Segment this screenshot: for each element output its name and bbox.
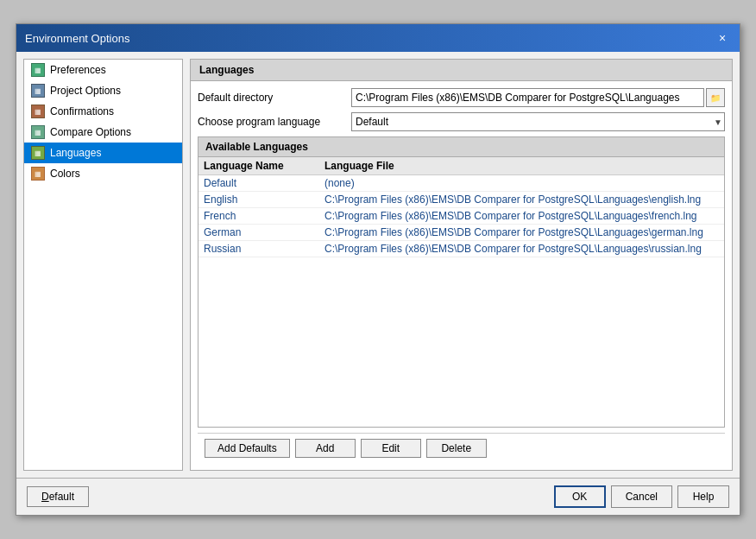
- choose-language-select[interactable]: Default English French German Russian: [351, 112, 725, 131]
- languages-icon: ▦: [31, 146, 45, 160]
- default-directory-row: Default directory 📁: [198, 88, 725, 107]
- language-table: Language Name Language File Default(none…: [198, 157, 724, 427]
- row-language-name: French: [204, 210, 324, 222]
- sidebar-item-colors[interactable]: ▦ Colors: [24, 163, 182, 184]
- sidebar-item-label: Languages: [50, 147, 101, 159]
- sidebar-item-languages[interactable]: ▦ Languages: [24, 143, 182, 163]
- sidebar-item-confirmations[interactable]: ▦ Confirmations: [24, 101, 182, 122]
- default-directory-label: Default directory: [198, 92, 344, 104]
- choose-language-row: Choose program language Default English …: [198, 112, 725, 131]
- choose-language-select-wrapper: Default English French German Russian ▼: [351, 112, 725, 131]
- table-row[interactable]: Default(none): [198, 175, 724, 192]
- row-language-file: C:\Program Files (x86)\EMS\DB Comparer f…: [324, 210, 719, 222]
- row-language-file: (none): [324, 177, 719, 189]
- available-languages-section: Available Languages Language Name Langua…: [198, 136, 725, 428]
- sidebar: ▦ Preferences ▦ Project Options ▦ Confir…: [23, 59, 183, 471]
- add-defaults-button[interactable]: Add Defaults: [205, 439, 290, 458]
- row-language-name: German: [204, 226, 324, 238]
- table-row[interactable]: EnglishC:\Program Files (x86)\EMS\DB Com…: [198, 192, 724, 208]
- browse-icon: 📁: [710, 93, 721, 103]
- sidebar-item-label: Preferences: [50, 64, 106, 76]
- row-language-file: C:\Program Files (x86)\EMS\DB Comparer f…: [324, 226, 719, 238]
- col-header-file: Language File: [324, 160, 719, 172]
- panel-body: Default directory 📁 Choose program langu…: [191, 81, 732, 470]
- col-header-name: Language Name: [204, 160, 324, 172]
- window-title: Environment Options: [25, 32, 129, 45]
- default-button-label: Default: [41, 491, 74, 503]
- add-button[interactable]: Add: [295, 439, 356, 458]
- default-button[interactable]: Default: [27, 486, 89, 507]
- delete-button[interactable]: Delete: [426, 439, 487, 458]
- close-button[interactable]: ×: [714, 29, 731, 47]
- row-language-name: English: [204, 193, 324, 206]
- main-content: Languages Default directory 📁 Choose pro…: [190, 59, 733, 471]
- default-directory-input-wrapper: 📁: [351, 88, 725, 107]
- row-language-file: C:\Program Files (x86)\EMS\DB Comparer f…: [324, 193, 719, 206]
- sidebar-item-project-options[interactable]: ▦ Project Options: [24, 80, 182, 101]
- cancel-button[interactable]: Cancel: [611, 485, 672, 508]
- sidebar-item-label: Project Options: [50, 85, 121, 97]
- project-options-icon: ▦: [31, 84, 45, 98]
- help-button[interactable]: Help: [677, 485, 729, 508]
- environment-options-dialog: Environment Options × ▦ Preferences ▦ Pr…: [16, 23, 740, 516]
- footer-bar: Default OK Cancel Help: [16, 478, 740, 515]
- table-row[interactable]: RussianC:\Program Files (x86)\EMS\DB Com…: [198, 241, 724, 257]
- browse-button[interactable]: 📁: [706, 88, 725, 107]
- choose-language-label: Choose program language: [198, 116, 344, 128]
- default-directory-input[interactable]: [351, 88, 704, 107]
- footer-left: Default: [27, 486, 89, 507]
- row-language-name: Default: [204, 177, 324, 189]
- edit-button[interactable]: Edit: [361, 439, 421, 458]
- row-language-file: C:\Program Files (x86)\EMS\DB Comparer f…: [324, 243, 719, 255]
- confirmations-icon: ▦: [31, 105, 45, 118]
- row-language-name: Russian: [204, 243, 324, 255]
- window-body: ▦ Preferences ▦ Project Options ▦ Confir…: [16, 52, 740, 478]
- language-rows: Default(none)EnglishC:\Program Files (x8…: [198, 175, 724, 257]
- ok-button[interactable]: OK: [554, 485, 606, 508]
- sidebar-item-label: Compare Options: [50, 126, 131, 138]
- sidebar-item-preferences[interactable]: ▦ Preferences: [24, 60, 182, 80]
- available-languages-header: Available Languages: [198, 137, 724, 157]
- table-row[interactable]: GermanC:\Program Files (x86)\EMS\DB Comp…: [198, 225, 724, 241]
- sidebar-item-compare-options[interactable]: ▦ Compare Options: [24, 122, 182, 143]
- colors-icon: ▦: [31, 167, 45, 181]
- table-header: Language Name Language File: [198, 157, 724, 175]
- title-bar: Environment Options ×: [16, 24, 740, 52]
- panel-header: Languages: [191, 60, 732, 81]
- compare-options-icon: ▦: [31, 125, 45, 139]
- sidebar-item-label: Confirmations: [50, 105, 114, 117]
- footer-right: OK Cancel Help: [554, 485, 729, 508]
- table-row[interactable]: FrenchC:\Program Files (x86)\EMS\DB Comp…: [198, 208, 724, 225]
- preferences-icon: ▦: [31, 63, 45, 77]
- action-bar: Add Defaults Add Edit Delete: [198, 433, 725, 463]
- sidebar-item-label: Colors: [50, 168, 80, 180]
